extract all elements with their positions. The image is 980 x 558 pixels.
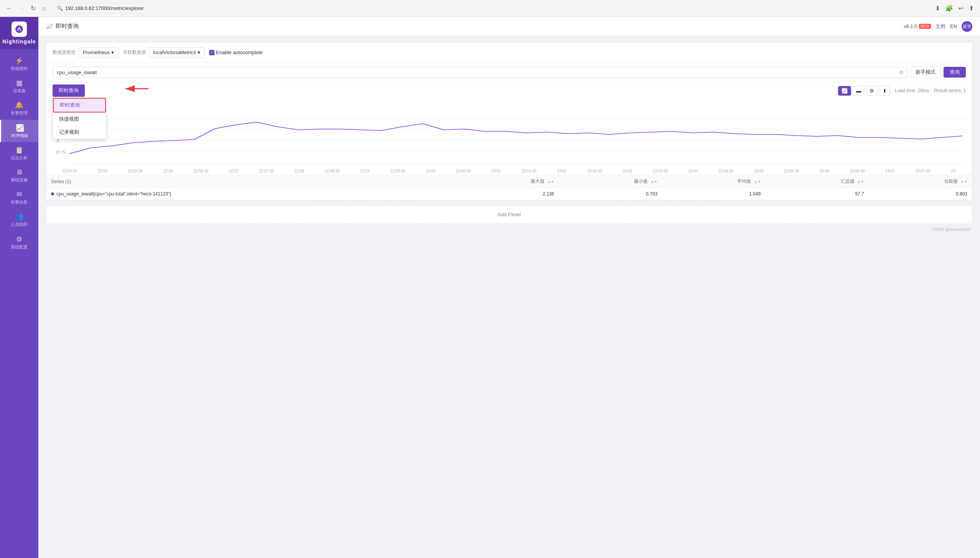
home-button[interactable]: ⌂ bbox=[40, 3, 47, 13]
forward-button[interactable]: → bbox=[17, 3, 26, 13]
back-arrow-button[interactable]: ↩ bbox=[957, 3, 965, 13]
instant-query-tab[interactable]: 即时查询 bbox=[53, 84, 85, 97]
sidebar-item-label: 基础设施 bbox=[11, 177, 28, 182]
extension-button[interactable]: 🧩 bbox=[944, 3, 955, 13]
table-row: cpu_usage_iowait{cpu="cpu-total",ident="… bbox=[46, 188, 972, 200]
avg-header: 平均值 ▲▼ bbox=[662, 175, 765, 188]
svg-point-0 bbox=[15, 25, 23, 33]
x-label: 23:05 bbox=[754, 169, 764, 173]
upload-button[interactable]: ⬆ bbox=[967, 3, 975, 13]
sidebar-item-log[interactable]: 📋 日志分析 bbox=[0, 142, 38, 164]
sidebar-item-alert-self[interactable]: ✉ 告警自愈 bbox=[0, 186, 38, 209]
add-panel-button[interactable]: Add Panel bbox=[46, 205, 972, 224]
panel-toolbar: 数据源类型 Prometheus ▾ 关联数据源 localVictoriaMe… bbox=[46, 43, 972, 63]
sum-header: 汇总值 ▲▼ bbox=[766, 175, 869, 188]
docs-link[interactable]: 文档 bbox=[935, 23, 945, 30]
page-content: 数据源类型 Prometheus ▾ 关联数据源 localVictoriaMe… bbox=[38, 36, 980, 558]
settings-inline-icon[interactable]: ⚙ bbox=[899, 70, 904, 75]
x-label: 22:54:30 bbox=[62, 169, 77, 173]
chart-settings-button[interactable]: ⚙ bbox=[866, 86, 878, 96]
back-button[interactable]: ← bbox=[5, 3, 14, 13]
main-panel: 数据源类型 Prometheus ▾ 关联数据源 localVictoriaMe… bbox=[46, 42, 972, 200]
lang-en[interactable]: EN bbox=[950, 23, 957, 29]
new-badge: NEW bbox=[919, 24, 931, 29]
series-name-cell: cpu_usage_iowait{cpu="cpu-total",ident="… bbox=[46, 188, 455, 200]
x-label: 23:02 bbox=[557, 169, 567, 173]
topbar-right: v6.1.0 NEW 文档 EN 超管 bbox=[904, 21, 972, 32]
query-input[interactable] bbox=[53, 67, 907, 78]
max-header: 最大值 ▲▼ bbox=[455, 175, 559, 188]
sort-icon[interactable]: ▲▼ bbox=[651, 180, 658, 184]
menu-item-instant-label: 即时查询 bbox=[60, 102, 80, 109]
min-value: 0.703 bbox=[559, 188, 662, 200]
x-label: 22:59 bbox=[360, 169, 370, 173]
load-info: Load time: 20ms Result series: 1 bbox=[895, 88, 966, 93]
instant-query-label: 即时查询 bbox=[59, 87, 79, 94]
menu-item-instant[interactable]: 即时查询 bbox=[53, 98, 106, 113]
line-chart-button[interactable]: 📈 bbox=[838, 86, 851, 96]
sort-icon[interactable]: ▲▼ bbox=[547, 180, 554, 184]
novice-mode-button[interactable]: 新手模式 bbox=[911, 66, 940, 78]
series-color-dot bbox=[51, 192, 54, 195]
x-label: 23:07 bbox=[885, 169, 895, 173]
autocomplete-toggle[interactable]: ✓ Enable autocomplete bbox=[209, 50, 263, 55]
view-type-container: 即时查询 bbox=[53, 84, 85, 97]
x-label: 22:59:30 bbox=[390, 169, 405, 173]
reload-button[interactable]: ↻ bbox=[29, 3, 37, 13]
sidebar-item-metrics[interactable]: 📈 时序指标 bbox=[0, 120, 38, 142]
x-label: 23:05:30 bbox=[784, 169, 799, 173]
svg-text:1: 1 bbox=[56, 139, 60, 143]
bar-chart-button[interactable]: ▬ bbox=[853, 86, 865, 96]
sys-config-icon: ⚙ bbox=[16, 235, 22, 243]
menu-item-record-label: 记录规则 bbox=[59, 129, 79, 136]
x-label: 22:57:30 bbox=[259, 169, 274, 173]
x-label: 22:58 bbox=[295, 169, 304, 173]
sidebar-item-dashboard[interactable]: ▦ 仪表盘 bbox=[0, 75, 38, 97]
menu-item-record[interactable]: 记录规则 bbox=[53, 126, 106, 139]
menu-item-quick[interactable]: 快捷视图 bbox=[53, 113, 106, 126]
svg-text:0.5: 0.5 bbox=[56, 150, 66, 154]
sidebar-item-sys-config[interactable]: ⚙ 系统配置 bbox=[0, 231, 38, 253]
x-label: 23: bbox=[951, 169, 956, 173]
sidebar-item-label: 快速跳转 bbox=[11, 66, 28, 71]
x-label: 23:04 bbox=[688, 169, 698, 173]
datasource-type-value: Prometheus bbox=[83, 50, 110, 55]
chart-buttons: 📈 ▬ ⚙ ⬆ bbox=[769, 86, 890, 96]
infra-icon: 🖥 bbox=[16, 168, 23, 176]
view-type-dropdown: 即时查询 快捷视图 记录规则 bbox=[53, 98, 106, 139]
x-label: 23:01 bbox=[492, 169, 501, 173]
query-button[interactable]: 查询 bbox=[944, 67, 966, 78]
page-icon: 📈 bbox=[46, 23, 53, 30]
autocomplete-checkbox[interactable]: ✓ bbox=[209, 50, 214, 55]
sidebar-item-label: 系统配置 bbox=[11, 245, 28, 250]
load-time: Load time: 20ms bbox=[895, 88, 929, 93]
x-label: 22:55:30 bbox=[128, 169, 143, 173]
autocomplete-label: Enable autocomplete bbox=[216, 50, 263, 55]
x-label: 23:00:30 bbox=[456, 169, 471, 173]
download-button[interactable]: ⬇ bbox=[934, 3, 942, 13]
chart-share-button[interactable]: ⬆ bbox=[879, 86, 890, 96]
datasource-type-dropdown[interactable]: Prometheus ▾ bbox=[79, 47, 118, 58]
avatar[interactable]: 超管 bbox=[962, 21, 972, 32]
sort-icon[interactable]: ▲▼ bbox=[857, 180, 864, 184]
query-input-wrapper: ⚙ bbox=[53, 67, 907, 78]
sidebar-item-label: 日志分析 bbox=[11, 156, 28, 161]
alert-mgmt-icon: 🔔 bbox=[15, 101, 23, 109]
address-bar[interactable]: 🔍 192.168.0.62:17000/metric/explorer bbox=[50, 3, 931, 13]
x-label: 23:06 bbox=[820, 169, 829, 173]
topbar-left: 📈 即时查询 bbox=[46, 23, 79, 30]
sidebar-item-personnel[interactable]: 👥 人员组织 bbox=[0, 209, 38, 231]
sidebar-item-quick-jump[interactable]: ⚡ 快速跳转 bbox=[0, 53, 38, 75]
sidebar-item-alert-mgmt[interactable]: 🔔 告警管理 bbox=[0, 97, 38, 119]
x-label: 22:56 bbox=[163, 169, 173, 173]
browser-actions: ⬇ 🧩 ↩ ⬆ bbox=[934, 3, 975, 13]
sort-icon[interactable]: ▲▼ bbox=[960, 180, 967, 184]
chevron-down-icon: ▾ bbox=[111, 50, 114, 55]
chart-svg-container: 2 1.5 1 0.5 bbox=[53, 115, 966, 169]
x-label: 23:03 bbox=[623, 169, 632, 173]
sort-icon[interactable]: ▲▼ bbox=[754, 180, 761, 184]
url-display: 192.168.0.62:17000/metric/explorer bbox=[65, 5, 144, 11]
current-value: 0.803 bbox=[869, 188, 972, 200]
sidebar-item-infra[interactable]: 🖥 基础设施 bbox=[0, 164, 38, 186]
related-datasource-dropdown[interactable]: localVictoriaMetrics ▾ bbox=[149, 47, 205, 58]
